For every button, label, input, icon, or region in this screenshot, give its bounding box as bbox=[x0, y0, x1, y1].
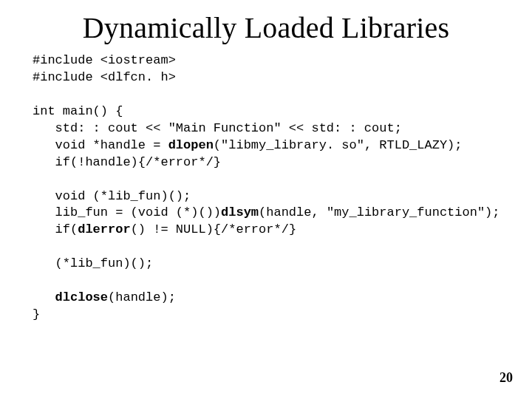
code-line: if( bbox=[33, 222, 78, 236]
code-block: #include <iostream> #include <dlfcn. h> … bbox=[0, 48, 532, 324]
code-line: if(!handle){/*error*/} bbox=[33, 155, 221, 169]
code-line: } bbox=[33, 307, 40, 321]
code-line: () != NULL){/*error*/} bbox=[131, 222, 296, 236]
slide: Dynamically Loaded Libraries #include <i… bbox=[0, 0, 532, 399]
code-line: #include <dlfcn. h> bbox=[33, 70, 176, 84]
code-line: ("libmy_library. so", RTLD_LAZY); bbox=[214, 138, 463, 152]
code-line bbox=[33, 290, 55, 304]
code-line: (*lib_fun)(); bbox=[33, 256, 153, 270]
code-keyword-dlsym: dlsym bbox=[221, 205, 259, 219]
code-keyword-dlerror: dlerror bbox=[78, 222, 130, 236]
code-line: (handle, "my_library_function"); bbox=[259, 205, 499, 219]
code-line: #include <iostream> bbox=[33, 53, 176, 67]
slide-title: Dynamically Loaded Libraries bbox=[0, 0, 532, 48]
code-line: int main() { bbox=[33, 104, 123, 118]
code-line: std: : cout << "Main Function" << std: :… bbox=[33, 121, 402, 135]
code-keyword-dlopen: dlopen bbox=[168, 138, 214, 152]
code-line: void *handle = bbox=[33, 138, 168, 152]
page-number: 20 bbox=[499, 370, 513, 386]
code-line: (handle); bbox=[108, 290, 176, 304]
code-line: void (*lib_fun)(); bbox=[33, 189, 191, 203]
code-keyword-dlclose: dlclose bbox=[55, 290, 108, 304]
code-line: lib_fun = (void (*)()) bbox=[33, 205, 221, 219]
